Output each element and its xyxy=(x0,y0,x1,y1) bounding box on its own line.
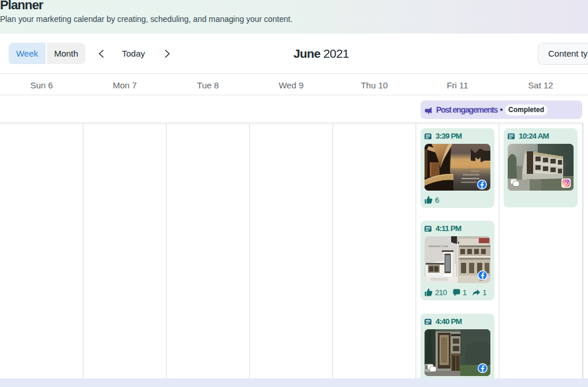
svg-text:PERSPECTIVE: PERSPECTIVE xyxy=(429,245,448,248)
